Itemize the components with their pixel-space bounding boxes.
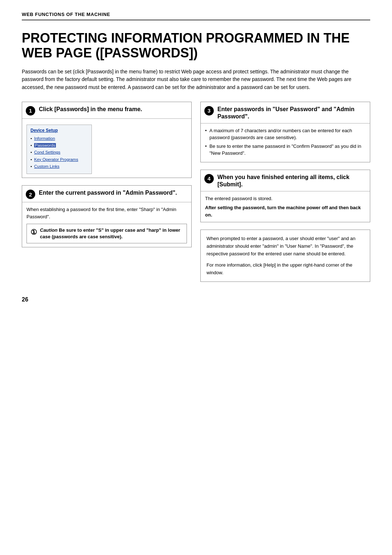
step-3-header: 3 Enter passwords in "User Password" and… (201, 102, 370, 123)
list-item-passwords: Passwords (30, 142, 88, 149)
step-4-body1: The entered password is stored. (205, 195, 366, 202)
cond-settings-link[interactable]: Cond Settings (34, 150, 60, 154)
step-4-number: 4 (204, 174, 214, 183)
info-para-2: For more information, click [Help] in th… (207, 262, 364, 277)
info-para-1: When prompted to enter a password, a use… (207, 235, 364, 258)
step-2-title: Enter the current password in "Admin Pas… (39, 189, 177, 197)
step-2-body: When establishing a password for the fir… (26, 206, 187, 220)
information-link[interactable]: Information (34, 136, 55, 141)
step-4-content: The entered password is stored. After se… (201, 191, 370, 222)
device-setup-title: Device Setup (30, 127, 88, 134)
passwords-link[interactable]: Passwords (34, 143, 56, 147)
bullet-item-1: A maximum of 7 characters and/or numbers… (205, 127, 366, 141)
caution-label: Caution (40, 227, 59, 233)
step-2-box: 2 Enter the current password in "Admin P… (22, 185, 192, 247)
step-1-box: 1 Click [Passwords] in the menu frame. D… (22, 102, 192, 178)
key-operator-link[interactable]: Key Operator Programs (34, 157, 78, 162)
step-2-content: When establishing a password for the fir… (22, 202, 191, 247)
two-column-layout: 1 Click [Passwords] in the menu frame. D… (22, 102, 370, 282)
step-4-body2: After setting the password, turn the mac… (205, 204, 366, 218)
device-setup-list: Information Passwords Cond Settings Key … (30, 135, 88, 170)
page-number: 26 (22, 296, 370, 303)
caution-icon: ① (30, 227, 37, 237)
list-item: Cond Settings (30, 149, 88, 156)
step-1-number: 1 (26, 106, 35, 116)
step-3-number: 3 (204, 106, 214, 116)
info-box: When prompted to enter a password, a use… (200, 230, 370, 282)
list-item: Custom Links (30, 163, 88, 170)
custom-links-link[interactable]: Custom Links (34, 164, 60, 169)
step-1-title: Click [Passwords] in the menu frame. (39, 106, 142, 113)
device-setup-screenshot: Device Setup Information Passwords Cond … (26, 125, 92, 174)
bullet-item-2: Be sure to enter the same password in "C… (205, 143, 366, 157)
caution-box: ① Caution Be sure to enter "S" in upper … (26, 224, 187, 243)
step-1-header: 1 Click [Passwords] in the menu frame. (22, 102, 191, 119)
list-item: Key Operator Programs (30, 156, 88, 163)
intro-paragraph: Passwords can be set (click [Passwords] … (22, 68, 370, 92)
step-2-header: 2 Enter the current password in "Admin P… (22, 186, 191, 202)
step-4-header: 4 When you have finished entering all it… (201, 170, 370, 191)
caution-content: Caution Be sure to enter "S" in upper ca… (40, 227, 183, 240)
top-header-text: WEB FUNCTIONS OF THE MACHINE (22, 12, 110, 17)
right-column: 3 Enter passwords in "User Password" and… (200, 102, 370, 282)
step-2-number: 2 (26, 190, 35, 199)
page: WEB FUNCTIONS OF THE MACHINE PROTECTING … (0, 0, 392, 555)
step-1-content: Device Setup Information Passwords Cond … (22, 119, 191, 178)
step-3-box: 3 Enter passwords in "User Password" and… (200, 102, 370, 162)
step-3-content: A maximum of 7 characters and/or numbers… (201, 123, 370, 162)
main-title: PROTECTING INFORMATION PROGRAMMED IN THE… (22, 31, 370, 61)
step-4-title: When you have finished entering all item… (217, 174, 366, 188)
top-header: WEB FUNCTIONS OF THE MACHINE (22, 11, 370, 20)
step-4-box: 4 When you have finished entering all it… (200, 170, 370, 223)
step-3-bullet-list: A maximum of 7 characters and/or numbers… (205, 127, 366, 157)
left-column: 1 Click [Passwords] in the menu frame. D… (22, 102, 192, 282)
step-3-title: Enter passwords in "User Password" and "… (217, 106, 366, 120)
caution-text: Be sure to enter "S" in upper case and "… (40, 227, 180, 239)
list-item: Information (30, 135, 88, 142)
